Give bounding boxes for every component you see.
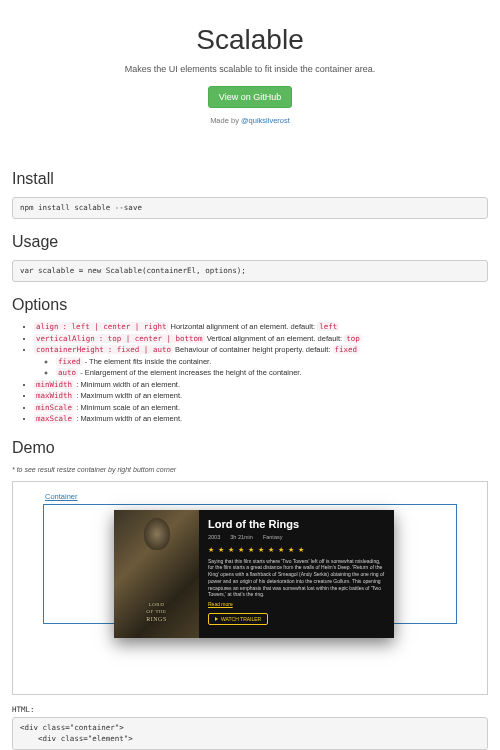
usage-heading: Usage [12,231,488,253]
container-label: Container [45,492,457,503]
made-by: Made by @quiksilverost [12,116,488,127]
list-item: align: left | center | right Horizontal … [34,322,488,333]
list-item: verticalAlign: top | center | bottom Ver… [34,334,488,345]
list-item: maxScale : Maximum width of an element. [34,414,488,425]
resizable-container[interactable]: LORD OF THE RINGS Lord of the Rings 2003… [43,504,457,624]
view-github-button[interactable]: View on GitHub [208,86,292,108]
html-code: <div class="container"> <div class="elem… [12,717,488,750]
options-heading: Options [12,294,488,316]
list-item: containerHeight: fixed | auto Behaviour … [34,345,488,379]
movie-card: LORD OF THE RINGS Lord of the Rings 2003… [114,510,394,638]
options-list: align: left | center | right Horizontal … [12,322,488,425]
list-item: maxWidth : Maximum width of an element. [34,391,488,402]
list-item: auto - Enlargement of the element increa… [56,368,488,379]
watch-trailer-button[interactable]: WATCH TRAILER [208,613,268,625]
movie-description: Saying that this film starts where 'Two … [208,558,385,599]
demo-note: * to see result resize container by righ… [12,465,488,475]
list-item: minWidth : Minimum width of an element. [34,380,488,391]
read-more-link[interactable]: Read more [208,601,385,608]
install-heading: Install [12,168,488,190]
demo-heading: Demo [12,437,488,459]
play-icon [215,617,218,621]
usage-code: var scalable = new Scalable(containerEl,… [12,260,488,283]
install-code: npm install scalable --save [12,197,488,220]
list-item: fixed - The element fits inside the cont… [56,357,488,368]
movie-poster: LORD OF THE RINGS [114,510,199,638]
page-subtitle: Makes the UI elements scalable to fit in… [12,63,488,76]
html-code-label: HTML: [12,705,488,716]
star-rating: ★ ★ ★ ★ ★ ★ ★ ★ ★ ★ [208,545,385,555]
list-item: minScale : Minimum scale of an element. [34,403,488,414]
page-title: Scalable [12,20,488,59]
movie-title: Lord of the Rings [208,517,385,532]
author-link[interactable]: @quiksilverost [241,116,290,125]
demo-area: Container LORD OF THE RINGS Lord of the … [12,481,488,695]
movie-meta: 20033h 21minFantasy [208,534,385,542]
